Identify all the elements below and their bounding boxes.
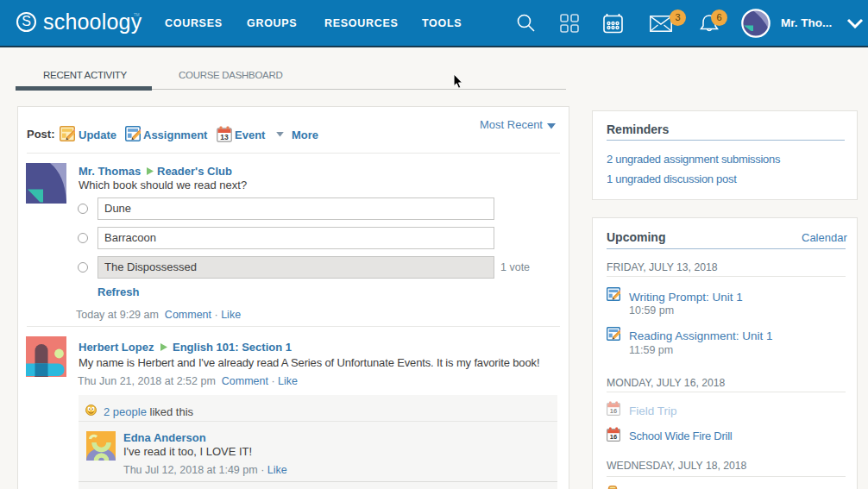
svg-text:13: 13 [220,133,229,141]
svg-text:16: 16 [610,407,617,415]
svg-text:16: 16 [610,433,617,441]
